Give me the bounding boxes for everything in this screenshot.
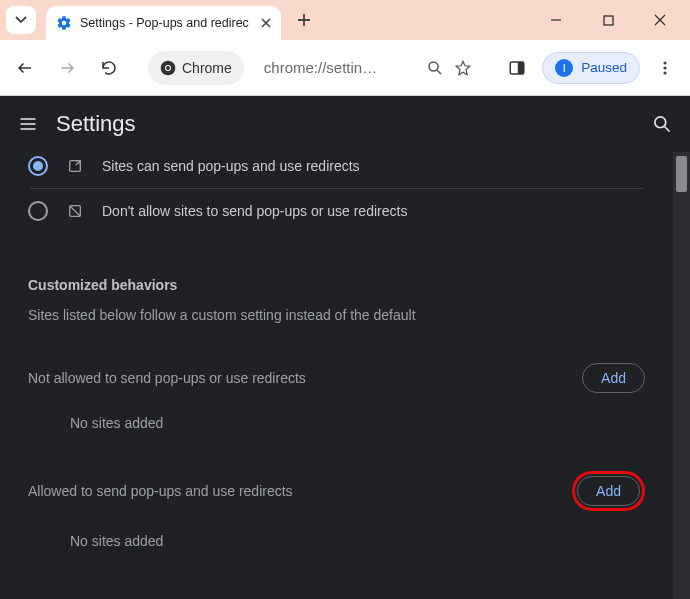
settings-page: Settings Sites can send pop-ups and use … [0,96,690,599]
search-icon [652,114,672,134]
tab-search-button[interactable] [6,6,36,34]
scrollbar-thumb[interactable] [676,156,687,192]
site-info-label: Chrome [182,60,232,76]
svg-point-8 [663,66,666,69]
new-tab-button[interactable] [289,5,319,35]
address-bar-text: chrome://settin… [264,59,377,76]
allow-list-add-button[interactable]: Add [577,476,640,506]
browser-toolbar: Chrome chrome://settin… I Paused [0,40,690,96]
window-close-button[interactable] [638,5,682,35]
reload-icon [100,59,118,77]
svg-point-3 [166,66,170,70]
annotation-highlight: Add [572,471,645,511]
gear-icon [56,15,72,31]
allow-list-header: Allowed to send pop-ups and use redirect… [28,471,645,511]
side-panel-button[interactable] [500,51,534,85]
page-title: Settings [56,111,634,137]
page-scrollbar[interactable] [673,152,690,599]
close-icon [654,14,666,26]
bookmark-button[interactable] [454,59,472,77]
close-icon [261,18,271,28]
svg-rect-6 [518,62,524,74]
block-list-empty: No sites added [70,415,645,431]
svg-point-10 [655,117,666,128]
browser-tab[interactable]: Settings - Pop-ups and redirec [46,6,281,40]
dots-vertical-icon [657,60,673,76]
popup-blocked-icon [66,202,84,220]
star-icon [454,59,472,77]
profile-paused-chip[interactable]: I Paused [542,52,640,84]
zoom-button[interactable] [426,59,444,77]
radio-unselected-icon [28,201,48,221]
reload-button[interactable] [92,51,126,85]
arrow-left-icon [16,59,34,77]
back-button[interactable] [8,51,42,85]
address-bar[interactable]: chrome://settin… [252,51,418,85]
magnifier-icon [426,59,444,77]
svg-point-4 [429,62,438,71]
profile-avatar: I [555,59,573,77]
minimize-icon [550,14,562,26]
hamburger-icon [18,114,38,134]
chrome-logo-icon [160,60,176,76]
maximize-icon [603,15,614,26]
svg-point-9 [663,71,666,74]
svg-rect-0 [604,16,613,25]
tab-title: Settings - Pop-ups and redirec [80,16,249,30]
popup-allowed-icon [66,157,84,175]
forward-button[interactable] [50,51,84,85]
window-minimize-button[interactable] [534,5,578,35]
chevron-down-icon [15,14,27,26]
settings-search-button[interactable] [652,114,672,134]
custom-behaviors-subtitle: Sites listed below follow a custom setti… [28,307,645,323]
plus-icon [297,13,311,27]
radio-allow-label: Sites can send pop-ups and use redirects [102,158,360,174]
allow-list-empty: No sites added [70,533,645,549]
arrow-right-icon [58,59,76,77]
svg-point-7 [663,61,666,64]
radio-allow-popups[interactable]: Sites can send pop-ups and use redirects [28,152,645,188]
profile-status-label: Paused [581,60,627,75]
window-titlebar: Settings - Pop-ups and redirec [0,0,690,40]
radio-block-label: Don't allow sites to send pop-ups or use… [102,203,407,219]
block-list-header: Not allowed to send pop-ups or use redir… [28,363,645,393]
site-info-chip[interactable]: Chrome [148,51,244,85]
panel-icon [508,59,526,77]
allow-list-label: Allowed to send pop-ups and use redirect… [28,483,293,499]
window-maximize-button[interactable] [586,5,630,35]
settings-menu-button[interactable] [18,114,38,134]
block-list-label: Not allowed to send pop-ups or use redir… [28,370,306,386]
overflow-menu-button[interactable] [648,51,682,85]
block-list-add-button[interactable]: Add [582,363,645,393]
close-tab-button[interactable] [261,18,271,28]
radio-selected-icon [28,156,48,176]
settings-header: Settings [0,96,690,152]
custom-behaviors-heading: Customized behaviors [28,277,645,293]
radio-block-popups[interactable]: Don't allow sites to send pop-ups or use… [28,189,645,233]
